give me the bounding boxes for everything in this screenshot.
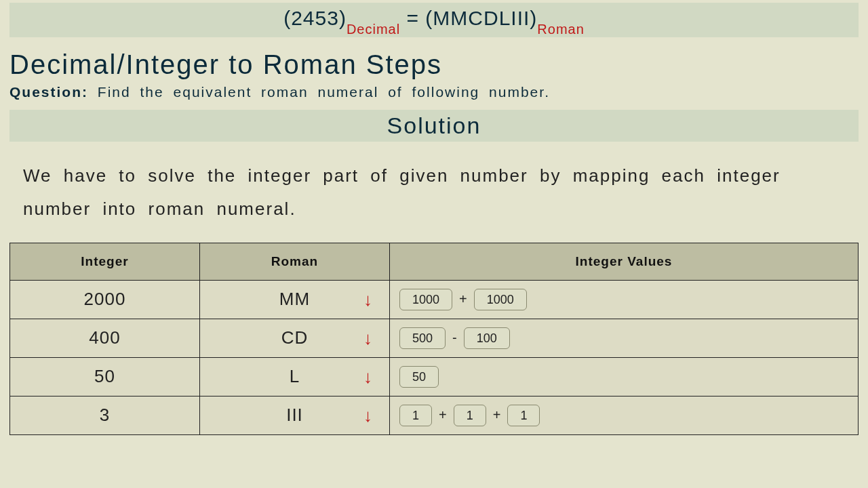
arrow-down-icon: ↓ [363,405,373,426]
solution-explain: We have to solve the integer part of giv… [23,159,845,226]
table-row: 400CD↓500-100 [10,319,859,357]
roman-text: MM [279,289,310,309]
question-text: Find the equivalent roman numeral of fol… [88,84,550,100]
integer-cell: 400 [10,319,200,357]
roman-cell: CD↓ [200,319,390,357]
table-header-row: Integer Roman Integer Values [10,243,859,280]
solution-header: Solution [9,110,859,142]
integer-cell: 2000 [10,280,200,319]
question-label: Question: [9,84,88,100]
value-chip: 1 [507,405,540,426]
value-chip: 1000 [474,289,527,310]
table-row: 2000MM↓1000+1000 [10,280,859,319]
integer-cell: 3 [10,396,200,434]
col-header-integer: Integer [10,243,200,280]
roman-cell: MM↓ [200,280,390,319]
value-chip: 50 [399,366,439,388]
roman-text: III [286,405,303,425]
page-title: Decimal/Integer to Roman Steps [9,49,859,80]
arrow-down-icon: ↓ [363,366,373,387]
equals-sign: = [407,7,426,29]
value-chip: 1000 [399,289,452,310]
values-cell: 1000+1000 [390,280,859,319]
col-header-values: Integer Values [390,243,859,280]
paren-open: ( [283,7,291,29]
arrow-down-icon: ↓ [363,327,373,348]
values-cell: 500-100 [390,319,859,357]
value-chip: 100 [464,327,510,349]
conversion-banner: (2453)Decimal = (MMCDLIII)Roman [9,3,859,37]
operator: + [489,407,505,423]
roman-value: MMCDLIII [433,7,530,29]
values-cell: 50 [390,357,859,396]
paren-close: ) [339,7,347,29]
col-header-roman: Roman [200,243,390,280]
decimal-label: Decimal [347,22,400,37]
operator: - [448,330,461,346]
arrow-down-icon: ↓ [363,289,373,310]
paren-close-2: ) [530,7,537,29]
operator: + [435,407,451,423]
integer-cell: 50 [10,357,200,396]
roman-label: Roman [537,22,584,37]
value-chip: 1 [454,405,486,426]
steps-table: Integer Roman Integer Values 2000MM↓1000… [9,243,859,435]
value-chip: 500 [399,327,446,349]
roman-text: L [290,366,300,386]
question-line: Question: Find the equivalent roman nume… [9,84,859,100]
value-chip: 1 [399,405,432,426]
table-row: 3III↓1+1+1 [10,396,859,434]
decimal-value: 2453 [291,7,339,29]
values-cell: 1+1+1 [390,396,859,434]
roman-text: CD [281,327,309,348]
paren-open-2: ( [425,7,433,29]
roman-cell: L↓ [200,357,390,396]
operator: + [455,291,471,307]
table-row: 50L↓50 [10,357,859,396]
roman-cell: III↓ [200,396,390,434]
